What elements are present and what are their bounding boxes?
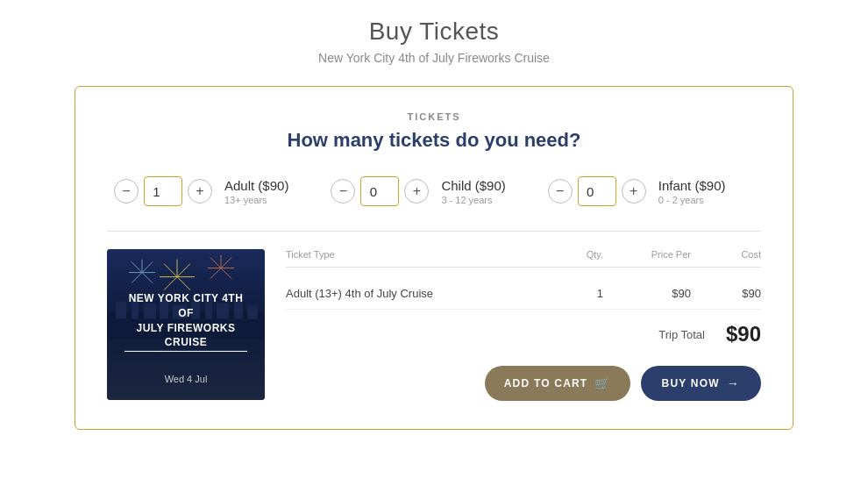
svg-line-5: [177, 277, 190, 290]
svg-line-9: [210, 258, 221, 268]
row-qty: 1: [533, 287, 603, 300]
infant-ticket-selector: − + Infant ($90) 0 - 2 years: [548, 176, 726, 206]
child-ticket-info: Child ($90) 3 - 12 years: [441, 178, 505, 205]
buy-now-button[interactable]: BUY NOW: [641, 366, 761, 401]
infant-stepper: − +: [548, 176, 646, 206]
col-qty: Qty.: [533, 249, 603, 260]
adult-ticket-selector: − + Adult ($90) 13+ years: [114, 176, 288, 206]
add-to-cart-label: ADD TO CART: [504, 377, 588, 389]
row-price-per: $90: [603, 287, 691, 300]
section-divider: [107, 231, 761, 232]
buy-now-label: BUY NOW: [662, 377, 720, 389]
add-to-cart-button[interactable]: ADD TO CART: [485, 366, 630, 401]
svg-line-15: [142, 262, 153, 273]
col-price-per: Price Per: [603, 249, 691, 260]
adult-ticket-name: Adult ($90): [224, 178, 288, 193]
svg-line-8: [221, 258, 231, 268]
cart-icon: [594, 376, 610, 390]
action-buttons: ADD TO CART BUY NOW: [286, 366, 761, 401]
child-increment-button[interactable]: +: [404, 179, 429, 204]
total-value: $90: [726, 322, 761, 347]
page-subtitle: New York City 4th of July Fireworks Crui…: [318, 51, 550, 65]
adult-stepper: − +: [114, 176, 212, 206]
svg-line-20: [132, 273, 142, 283]
infant-increment-button[interactable]: +: [622, 179, 646, 204]
row-cost: $90: [691, 287, 761, 300]
svg-line-6: [164, 277, 177, 290]
child-quantity-input[interactable]: [360, 176, 399, 206]
table-row: Adult (13+) 4th of July Cruise 1 $90 $90: [286, 278, 761, 310]
total-label: Trip Total: [658, 328, 705, 341]
svg-line-19: [142, 273, 153, 283]
summary-section: NEW YORK CITY 4TH OF JULY FIREWORKS CRUI…: [107, 249, 761, 401]
tickets-section-label: TICKETS: [107, 111, 761, 122]
tickets-question: How many tickets do you need?: [107, 129, 761, 152]
adult-increment-button[interactable]: +: [188, 179, 212, 204]
total-row: Trip Total $90: [286, 310, 761, 362]
infant-ticket-name: Infant ($90): [658, 178, 726, 193]
child-decrement-button[interactable]: −: [331, 179, 355, 204]
event-date: Wed 4 Jul: [165, 374, 208, 384]
infant-ticket-age: 0 - 2 years: [658, 195, 726, 205]
svg-line-12: [221, 268, 231, 279]
summary-table: Ticket Type Qty. Price Per Cost Adult (1…: [286, 249, 761, 401]
svg-line-1: [177, 264, 190, 277]
table-header: Ticket Type Qty. Price Per Cost: [286, 249, 761, 268]
infant-quantity-input[interactable]: [578, 176, 616, 206]
ticket-selectors: − + Adult ($90) 13+ years − + Child ($90…: [107, 176, 761, 206]
adult-decrement-button[interactable]: −: [114, 179, 139, 204]
row-ticket-type: Adult (13+) 4th of July Cruise: [286, 287, 533, 300]
child-ticket-age: 3 - 12 years: [441, 195, 505, 205]
event-image: NEW YORK CITY 4TH OF JULY FIREWORKS CRUI…: [107, 249, 265, 400]
svg-rect-31: [247, 305, 258, 319]
arrow-right-icon: [727, 376, 740, 390]
child-stepper: − +: [331, 176, 429, 206]
event-image-title: NEW YORK CITY 4TH OF JULY FIREWORKS CRUI…: [125, 291, 247, 352]
svg-line-13: [210, 268, 221, 279]
infant-ticket-info: Infant ($90) 0 - 2 years: [658, 178, 726, 205]
child-ticket-selector: − + Child ($90) 3 - 12 years: [331, 176, 505, 206]
page-header: Buy Tickets New York City 4th of July Fi…: [318, 18, 550, 65]
child-ticket-name: Child ($90): [441, 178, 505, 193]
ticket-card: TICKETS How many tickets do you need? − …: [75, 86, 793, 430]
adult-ticket-age: 13+ years: [224, 195, 288, 205]
col-ticket-type: Ticket Type: [286, 249, 533, 260]
svg-line-2: [164, 264, 177, 277]
adult-quantity-input[interactable]: [144, 176, 182, 206]
adult-ticket-info: Adult ($90) 13+ years: [224, 178, 288, 205]
svg-line-16: [132, 262, 142, 273]
col-cost: Cost: [691, 249, 761, 260]
page-title: Buy Tickets: [318, 18, 550, 46]
infant-decrement-button[interactable]: −: [548, 179, 573, 204]
